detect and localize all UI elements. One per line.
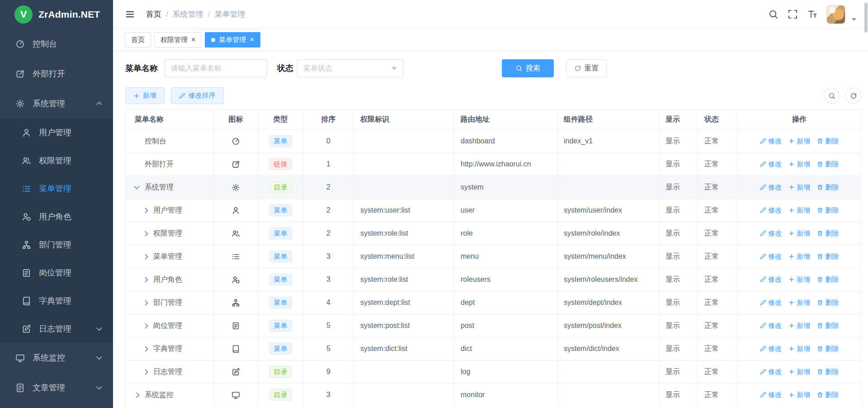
delete-row-button[interactable]: 删除 [817,183,839,192]
permission-cell: system:role:list [354,222,454,245]
edit-row-button[interactable]: 修改 [760,206,782,215]
sidebar-item-permission-management[interactable]: 权限管理 [0,147,113,175]
tab-permission-management[interactable]: 权限管理× [154,32,202,47]
edit-row-button[interactable]: 修改 [760,345,782,353]
route-cell: monitor [454,384,557,406]
edit-row-button[interactable]: 修改 [760,252,782,261]
close-icon[interactable]: × [191,36,195,43]
caret-right-icon[interactable] [143,324,153,328]
topbar-actions [768,5,856,24]
breadcrumb-item[interactable]: 首页 [146,9,161,19]
menu-name-cell: 用户管理 [126,199,214,222]
caret-right-icon[interactable] [143,347,153,351]
delete-row-button[interactable]: 删除 [817,160,839,169]
sidebar-item-post-management[interactable]: 岗位管理 [0,259,113,287]
sidebar-item-system-management[interactable]: 系统管理 [0,89,113,119]
edit-row-button[interactable]: 修改 [760,391,782,399]
caret-right-icon[interactable] [135,393,145,397]
edit-row-button[interactable]: 修改 [760,137,782,146]
users-icon [22,156,31,166]
row-actions-cell: 修改新增删除 [738,384,861,406]
add-row-button[interactable]: 新增 [788,299,811,307]
caret-right-icon[interactable] [143,278,153,282]
caret-spacer [135,163,145,166]
menu-name-input[interactable] [165,59,267,77]
refresh-table-button[interactable] [845,88,861,104]
avatar[interactable] [826,5,845,24]
delete-row-button[interactable]: 删除 [817,229,839,238]
delete-row-button[interactable]: 删除 [817,137,839,146]
sidebar-item-log-management[interactable]: 日志管理 [0,315,113,343]
delete-row-button[interactable]: 删除 [817,368,839,376]
add-row-button[interactable]: 新增 [788,160,811,169]
plus-icon [788,323,795,329]
dict-icon [231,345,240,353]
permission-cell: system:menu:list [354,245,454,268]
tab-home[interactable]: 首页 [125,32,151,47]
close-icon[interactable]: × [250,36,254,43]
caret-right-icon[interactable] [143,301,153,305]
add-row-button[interactable]: 新增 [788,137,811,146]
delete-row-button[interactable]: 删除 [817,252,839,261]
add-row-button[interactable]: 新增 [788,206,811,215]
sidebar-item-user-role[interactable]: 用户角色 [0,203,113,231]
add-row-button[interactable]: 新增 [788,322,811,330]
add-menu-button[interactable]: 新增 [125,87,165,104]
delete-row-button[interactable]: 删除 [817,275,839,284]
add-row-button[interactable]: 新增 [788,183,811,192]
edit-sort-button[interactable]: 修改排序 [171,87,224,104]
tab-menu-management[interactable]: 菜单管理× [205,32,260,47]
caret-right-icon[interactable] [143,255,153,259]
edit-row-button[interactable]: 修改 [760,229,782,238]
edit-row-button[interactable]: 修改 [760,183,782,192]
scrollbar-thumb[interactable] [864,3,868,33]
sidebar-item-menu-management[interactable]: 菜单管理 [0,175,113,203]
edit-row-button[interactable]: 修改 [760,160,782,169]
fullscreen-icon [788,9,798,19]
sidebar-item-console[interactable]: 控制台 [0,29,113,59]
delete-row-button[interactable]: 删除 [817,345,839,353]
fullscreen-button[interactable] [788,9,798,19]
status-select[interactable]: 菜单状态 [297,59,403,77]
caret-right-icon[interactable] [143,232,153,236]
sidebar-item-dict-management[interactable]: 字典管理 [0,287,113,315]
add-row-button[interactable]: 新增 [788,252,811,261]
sidebar-item-article-management[interactable]: 文章管理 [0,373,113,403]
sidebar-item-user-management[interactable]: 用户管理 [0,119,113,147]
visible-cell: 显示 [659,314,698,337]
breadcrumb-item[interactable]: 系统管理 [173,9,203,19]
permission-cell [354,153,454,176]
delete-row-button[interactable]: 删除 [817,322,839,330]
add-row-button[interactable]: 新增 [788,391,811,399]
visible-cell: 显示 [659,199,698,222]
menu-name: 部门管理 [153,298,182,308]
font-size-button[interactable] [807,9,817,19]
sidebar-item-dept-management[interactable]: 部门管理 [0,231,113,259]
chevron-down-icon[interactable] [852,18,856,21]
sidebar-item-external-open[interactable]: 外部打开 [0,59,113,89]
app-logo[interactable]: V ZrAdmin.NET [0,0,113,29]
add-row-button[interactable]: 新增 [788,229,811,238]
reset-button[interactable]: 重置 [566,59,607,77]
caret-down-icon[interactable] [135,186,145,189]
caret-right-icon[interactable] [143,209,153,213]
collapse-sidebar-button[interactable] [125,9,135,19]
plus-icon [788,299,795,306]
add-row-button[interactable]: 新增 [788,275,811,284]
edit-row-button[interactable]: 修改 [760,275,782,284]
delete-row-button[interactable]: 删除 [817,299,839,307]
search-button[interactable]: 搜索 [502,59,554,77]
edit-row-button[interactable]: 修改 [760,299,782,307]
delete-row-button[interactable]: 删除 [817,206,839,215]
add-row-button[interactable]: 新增 [788,368,811,376]
add-row-button[interactable]: 新增 [788,345,811,353]
header-search-button[interactable] [768,9,778,19]
sidebar-item-system-monitor[interactable]: 系统监控 [0,343,113,373]
breadcrumb-separator: / [166,10,168,19]
show-search-toggle-button[interactable] [824,88,840,104]
delete-row-button[interactable]: 删除 [817,391,839,399]
scrollbar[interactable] [864,0,868,408]
caret-right-icon[interactable] [143,370,153,374]
edit-row-button[interactable]: 修改 [760,368,782,376]
edit-row-button[interactable]: 修改 [760,322,782,330]
